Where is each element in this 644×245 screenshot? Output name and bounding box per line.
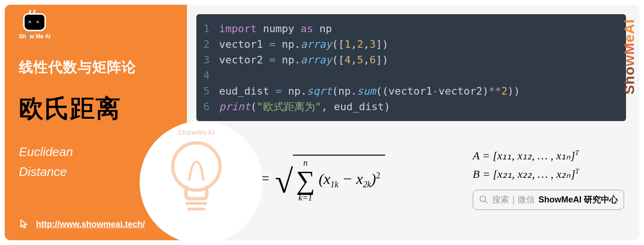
code-content: vector2 = np.array([4,5,6]) <box>219 52 388 68</box>
sqrt: √ n ∑ k=1 (x1k − x2k)2 <box>275 155 385 202</box>
vector-a: A = [x₁₁, x₁₂, … , x₁ₙ]T <box>473 147 624 165</box>
under-root: n ∑ k=1 (x1k − x2k)2 <box>293 155 385 202</box>
logo-text-prefix: Sh <box>19 33 26 40</box>
search-hint: 搜索｜微信 <box>492 193 535 207</box>
line-number: 5 <box>196 83 219 99</box>
search-icon <box>479 195 488 204</box>
code-content <box>219 68 225 83</box>
sigma-icon: ∑ <box>296 167 315 193</box>
svg-point-0 <box>173 143 220 190</box>
formula-term: (x1k − x2k)2 <box>318 170 380 190</box>
vector-b: B = [x₂₁, x₂₂, … , x₂ₙ]T <box>473 165 624 183</box>
svg-line-4 <box>485 201 487 203</box>
line-number: 2 <box>196 36 219 52</box>
code-line: 4 <box>196 68 626 83</box>
bulb-arc-label: ShowMeAI <box>178 129 215 136</box>
code-content: import numpy as np <box>219 21 332 36</box>
page-title: 欧氏距离 <box>19 92 173 125</box>
code-content: eud_dist = np.sqrt(np.sum((vector1-vecto… <box>219 83 520 99</box>
code-line: 2vector1 = np.array([1,2,3]) <box>196 36 626 52</box>
code-content: print("欧式距离为", eud_dist) <box>219 99 390 114</box>
robot-eyes-icon: ^ ^ <box>25 20 44 26</box>
line-number: 4 <box>196 68 219 83</box>
summation: n ∑ k=1 <box>296 158 315 202</box>
formula-area: ShowMeAI d12 = √ <box>196 121 626 231</box>
main: ShowMeAI 1import numpy as np2vector1 = n… <box>187 5 639 240</box>
lightbulb-icon: ShowMeAI <box>163 133 229 219</box>
logo-text-suffix: w Me AI <box>30 33 51 40</box>
url-row: http://www.showmeai.tech/ <box>19 219 145 230</box>
code-line: 5eud_dist = np.sqrt(np.sum((vector1-vect… <box>196 83 626 99</box>
search-box[interactable]: 搜索｜微信 ShowMeAI 研究中心 <box>473 190 624 210</box>
code-line: 1import numpy as np <box>196 21 626 36</box>
line-number: 3 <box>196 52 219 68</box>
sum-bottom: k=1 <box>299 193 312 202</box>
url-text[interactable]: http://www.showmeai.tech/ <box>36 219 145 229</box>
card: ^ ^ Show Me AI 线性代数与矩阵论 欧氏距离 Euclidean D… <box>5 5 639 240</box>
category-title: 线性代数与矩阵论 <box>19 58 173 77</box>
code-block: 1import numpy as np2vector1 = np.array([… <box>196 14 626 121</box>
logo-text: Show Me AI <box>19 33 51 40</box>
radical-icon: √ <box>275 170 293 217</box>
robot-icon: ^ ^ <box>23 13 46 31</box>
code-line: 6print("欧式距离为", eud_dist) <box>196 99 626 114</box>
cursor-icon <box>19 219 30 230</box>
line-number: 1 <box>196 21 219 36</box>
search-strong: ShowMeAI 研究中心 <box>538 193 618 207</box>
code-content: vector1 = np.array([1,2,3]) <box>219 36 388 52</box>
line-number: 6 <box>196 99 219 114</box>
code-line: 3vector2 = np.array([4,5,6]) <box>196 52 626 68</box>
logo: ^ ^ Show Me AI <box>19 13 51 40</box>
logo-text-accent: o <box>26 33 29 40</box>
vectors-column: A = [x₁₁, x₁₂, … , x₁ₙ]T B = [x₂₁, x₂₂, … <box>473 147 626 210</box>
bulb-wrap: ShowMeAI <box>163 133 229 219</box>
